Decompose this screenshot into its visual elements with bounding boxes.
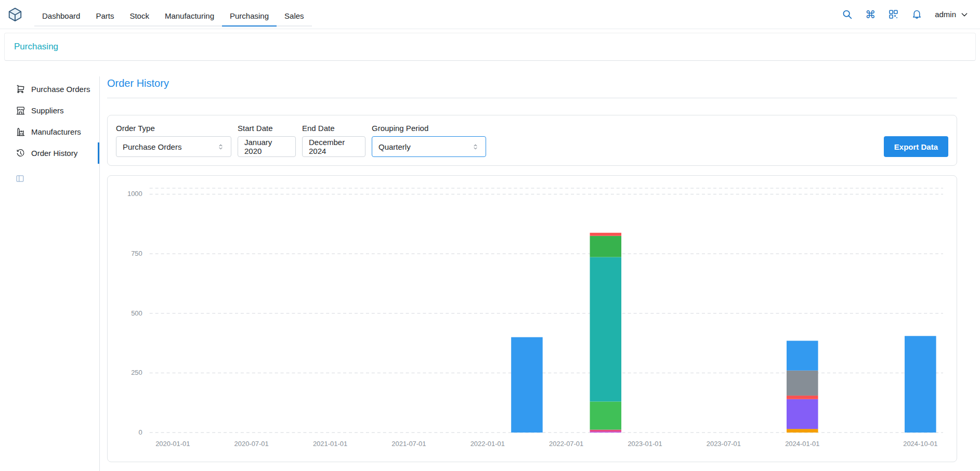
history-clock-icon [16,148,25,158]
tab-parts[interactable]: Parts [88,6,122,27]
bar-segment[interactable] [590,401,622,429]
factory-icon [16,127,25,137]
sidebar-item-label: Suppliers [31,106,64,115]
bar-segment[interactable] [787,399,818,429]
qr-code-icon[interactable] [888,9,899,20]
y-axis-tick-label: 0 [139,428,142,436]
order-history-chart: 025050075010002020-01-012020-07-012021-0… [114,182,950,455]
username: admin [935,10,956,19]
tab-stock[interactable]: Stock [122,6,157,27]
grouping-period-field: Grouping Period Quarterly [372,124,486,157]
start-date-field: Start Date January 2020 [238,124,296,157]
tab-sales[interactable]: Sales [277,6,312,27]
bar-segment[interactable] [787,396,818,399]
bar-segment[interactable] [590,429,622,431]
end-date-input[interactable]: December 2024 [302,136,365,157]
bar-segment[interactable] [590,233,622,236]
order-type-select[interactable]: Purchase Orders [116,136,231,157]
bell-icon[interactable] [911,9,922,20]
y-axis-tick-label: 250 [131,369,142,376]
page-title: Order History [107,76,957,89]
app-logo[interactable] [7,7,23,22]
bar-segment[interactable] [511,337,543,433]
x-axis-tick-label: 2020-01-01 [155,440,190,448]
bar-segment[interactable] [787,371,818,396]
x-axis-tick-label: 2022-07-01 [549,440,583,448]
order-history-chart-card: 025050075010002020-01-012020-07-012021-0… [107,175,957,462]
bar-segment[interactable] [787,429,818,433]
order-type-field: Order Type Purchase Orders [116,124,231,157]
chevron-selector-icon [472,143,479,151]
chevron-selector-icon [217,143,225,151]
bar-segment[interactable] [590,257,622,402]
start-date-input[interactable]: January 2020 [238,136,296,157]
x-axis-tick-label: 2021-07-01 [391,440,426,448]
sidebar-item-manufacturers[interactable]: Manufacturers [10,121,99,142]
inventree-cube-icon [7,7,23,22]
sidebar-item-label: Manufacturers [31,127,81,136]
y-axis-tick-label: 1000 [127,190,142,198]
x-axis-tick-label: 2024-01-01 [785,440,819,448]
order-type-label: Order Type [116,124,231,133]
x-axis-tick-label: 2024-10-01 [903,440,937,448]
grouping-period-select[interactable]: Quarterly [372,136,486,157]
main-header: Dashboard Parts Stock Manufacturing Purc… [0,0,980,29]
user-menu[interactable]: admin [935,10,969,19]
x-axis-tick-label: 2023-01-01 [628,440,662,448]
y-axis-tick-label: 750 [131,250,142,257]
command-icon[interactable]: ⌘ [865,9,876,20]
sidebar-item-label: Order History [31,149,77,158]
breadcrumb-purchasing[interactable]: Purchasing [14,42,58,51]
end-date-value: December 2024 [309,138,359,155]
bar-segment[interactable] [590,431,622,433]
chevron-down-icon [960,10,969,19]
storefront-icon [16,106,25,115]
x-axis-tick-label: 2022-01-01 [471,440,505,448]
x-axis-tick-label: 2023-07-01 [707,440,741,448]
breadcrumb: Purchasing [4,33,976,61]
sidebar-item-order-history[interactable]: Order History [10,142,99,164]
shopping-cart-icon [16,84,25,94]
order-type-value: Purchase Orders [123,142,181,151]
main-nav: Dashboard Parts Stock Manufacturing Purc… [34,3,312,27]
tab-purchasing[interactable]: Purchasing [222,6,277,27]
end-date-field: End Date December 2024 [302,124,365,157]
x-axis-tick-label: 2021-01-01 [313,440,347,448]
export-data-button[interactable]: Export Data [884,136,948,157]
end-date-label: End Date [302,124,365,133]
x-axis-tick-label: 2020-07-01 [234,440,269,448]
bar-segment[interactable] [905,336,936,433]
grouping-period-value: Quarterly [378,142,411,151]
bar-segment[interactable] [787,341,818,370]
purchasing-sidebar: Purchase Orders Suppliers Manufacturers [10,76,100,471]
start-date-value: January 2020 [244,138,289,155]
search-icon[interactable] [842,9,853,20]
y-axis-tick-label: 500 [131,309,142,317]
title-divider [107,98,957,98]
bar-segment[interactable] [590,236,622,257]
tab-manufacturing[interactable]: Manufacturing [157,6,222,27]
sidebar-item-purchase-orders[interactable]: Purchase Orders [10,78,99,100]
grouping-period-label: Grouping Period [372,124,486,133]
tab-dashboard[interactable]: Dashboard [34,6,88,27]
panel-left-icon[interactable] [16,174,24,183]
sidebar-item-suppliers[interactable]: Suppliers [10,100,99,121]
sidebar-item-label: Purchase Orders [31,85,90,94]
filter-panel: Order Type Purchase Orders Start Date Ja… [107,115,957,166]
start-date-label: Start Date [238,124,296,133]
